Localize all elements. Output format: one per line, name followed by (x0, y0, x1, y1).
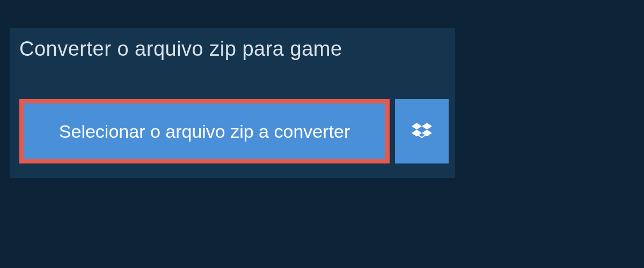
dropbox-icon (412, 121, 432, 142)
select-file-label: Selecionar o arquivo zip a converter (59, 121, 350, 142)
select-file-button[interactable]: Selecionar o arquivo zip a converter (19, 99, 390, 163)
dropbox-button[interactable] (395, 99, 449, 163)
header-tab: Converter o arquivo zip para game (10, 28, 372, 70)
page-title: Converter o arquivo zip para game (19, 38, 359, 61)
button-row: Selecionar o arquivo zip a converter (19, 99, 449, 163)
